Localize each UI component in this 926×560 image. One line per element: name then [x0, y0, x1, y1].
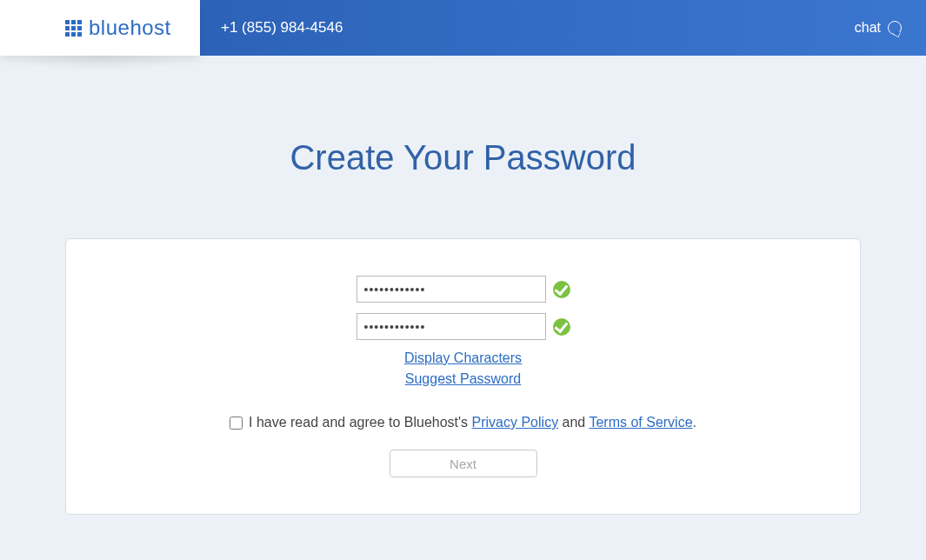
agree-text-wrapper: I have read and agree to Bluehost's Priv…	[249, 415, 696, 430]
confirm-password-input[interactable]	[356, 313, 546, 340]
check-circle-icon	[553, 281, 570, 298]
suggest-password-link[interactable]: Suggest Password	[405, 371, 521, 386]
chat-bubble-icon	[888, 21, 902, 35]
agree-checkbox[interactable]	[230, 417, 243, 430]
logo-container[interactable]: bluehost	[0, 0, 200, 56]
agree-prefix: I have read and agree to Bluehost's	[249, 415, 472, 430]
link-row: Display Characters	[83, 350, 843, 366]
logo-shadow	[0, 56, 200, 71]
logo-grid-icon	[65, 20, 82, 37]
phone-number[interactable]: +1 (855) 984-4546	[221, 19, 343, 37]
agree-suffix: .	[693, 415, 696, 430]
check-circle-icon	[553, 318, 570, 336]
header: bluehost +1 (855) 984-4546 chat	[0, 0, 926, 56]
password-row	[83, 276, 843, 303]
chat-label: chat	[855, 20, 881, 36]
agree-row: I have read and agree to Bluehost's Priv…	[83, 415, 843, 430]
password-input[interactable]	[356, 276, 546, 303]
confirm-password-row	[83, 313, 843, 340]
chat-link[interactable]: chat	[855, 20, 902, 36]
link-row: Suggest Password	[83, 371, 843, 387]
privacy-policy-link[interactable]: Privacy Policy	[472, 415, 559, 430]
header-bar: +1 (855) 984-4546 chat	[200, 0, 926, 56]
brand-name: bluehost	[89, 16, 171, 40]
display-characters-link[interactable]: Display Characters	[404, 350, 522, 365]
terms-of-service-link[interactable]: Terms of Service	[589, 415, 692, 430]
password-card: Display Characters Suggest Password I ha…	[65, 238, 861, 515]
agree-mid: and	[558, 415, 589, 430]
page-title: Create Your Password	[0, 138, 926, 177]
next-button[interactable]: Next	[390, 450, 537, 477]
